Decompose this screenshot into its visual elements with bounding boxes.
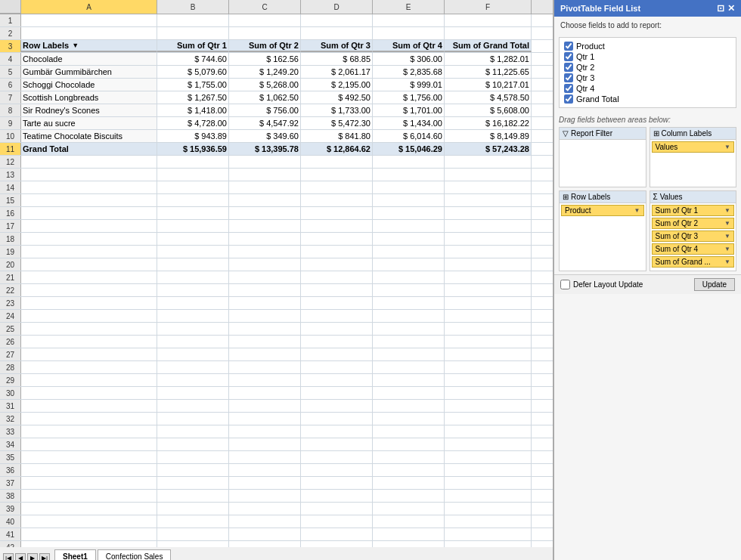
cell-value-1-8[interactable]: $ 756.00 [229, 104, 301, 116]
empty-cell-23-0[interactable] [21, 297, 157, 309]
field-checkbox-qtr-3[interactable] [564, 73, 573, 82]
empty-cell-21-1[interactable] [157, 271, 229, 283]
cell-product-4[interactable]: Chocolade [21, 53, 157, 65]
cell-row-labels[interactable]: Row Labels ▼ [21, 40, 157, 52]
empty-cell-22-4[interactable] [373, 284, 445, 296]
empty-cell-21-3[interactable] [301, 271, 373, 283]
cell-value-4-8[interactable]: $ 5,608.00 [445, 104, 532, 116]
row-product-item[interactable]: Product ▼ [561, 205, 644, 216]
cell-value-3-10[interactable]: $ 6,014.60 [373, 130, 445, 142]
empty-cell-21-4[interactable] [373, 271, 445, 283]
empty-cell-41-1[interactable] [157, 528, 229, 540]
empty-cell-15-0[interactable] [21, 194, 157, 206]
empty-cell-34-0[interactable] [21, 438, 157, 450]
cell-value-4-6[interactable]: $ 10,217.01 [445, 79, 532, 91]
empty-cell-20-4[interactable] [373, 258, 445, 271]
empty-cell-19-2[interactable] [229, 246, 301, 258]
empty-cell-14-5[interactable] [445, 181, 532, 193]
empty-cell-29-3[interactable] [301, 374, 373, 386]
cell-e2[interactable] [373, 27, 445, 39]
empty-cell-23-4[interactable] [373, 297, 445, 309]
empty-cell-33-1[interactable] [157, 425, 229, 438]
empty-cell-31-2[interactable] [229, 400, 301, 412]
empty-cell-39-0[interactable] [21, 503, 157, 515]
empty-cell-38-2[interactable] [229, 490, 301, 502]
empty-cell-12-4[interactable] [373, 156, 445, 168]
empty-cell-13-0[interactable] [21, 169, 157, 181]
empty-cell-28-0[interactable] [21, 361, 157, 373]
cell-value-3-6[interactable]: $ 999.01 [373, 79, 445, 91]
value-item-dropdown[interactable]: ▼ [724, 207, 730, 214]
empty-cell-40-2[interactable] [229, 515, 301, 528]
empty-cell-34-4[interactable] [373, 438, 445, 450]
empty-cell-26-5[interactable] [445, 336, 532, 348]
cell-value-3-7[interactable]: $ 1,756.00 [373, 91, 445, 104]
cell-value-1-7[interactable]: $ 1,062.50 [229, 91, 301, 104]
empty-cell-25-3[interactable] [301, 323, 373, 335]
empty-cell-39-5[interactable] [445, 503, 532, 515]
empty-cell-32-1[interactable] [157, 413, 229, 425]
empty-cell-34-2[interactable] [229, 438, 301, 450]
empty-cell-12-0[interactable] [21, 156, 157, 168]
empty-cell-25-5[interactable] [445, 323, 532, 335]
cell-product-8[interactable]: Sir Rodney's Scones [21, 104, 157, 116]
cell-value-4-9[interactable]: $ 16,182.22 [445, 117, 532, 129]
empty-cell-37-0[interactable] [21, 477, 157, 489]
empty-cell-27-1[interactable] [157, 348, 229, 360]
empty-cell-15-2[interactable] [229, 194, 301, 206]
empty-cell-36-1[interactable] [157, 464, 229, 476]
cell-e1[interactable] [373, 14, 445, 26]
empty-cell-38-1[interactable] [157, 490, 229, 502]
empty-cell-33-5[interactable] [445, 425, 532, 438]
empty-cell-31-3[interactable] [301, 400, 373, 412]
cell-value-0-8[interactable]: $ 1,418.00 [157, 104, 229, 116]
cell-value-2-4[interactable]: $ 68.85 [301, 53, 373, 65]
empty-cell-24-2[interactable] [229, 310, 301, 322]
empty-cell-29-2[interactable] [229, 374, 301, 386]
empty-cell-17-0[interactable] [21, 220, 157, 232]
sheet-tab-sheet1[interactable]: Sheet1 [54, 549, 96, 561]
cell-value-3-8[interactable]: $ 1,701.00 [373, 104, 445, 116]
cell-value-2-5[interactable]: $ 2,061.17 [301, 66, 373, 78]
empty-cell-20-2[interactable] [229, 258, 301, 271]
cell-product-7[interactable]: Scottish Longbreads [21, 91, 157, 104]
col-header-d[interactable]: D [301, 0, 373, 14]
next-sheet-btn[interactable]: ▶ [27, 553, 38, 561]
empty-cell-24-4[interactable] [373, 310, 445, 322]
field-item-qtr-3[interactable]: Qtr 3 [563, 73, 733, 83]
empty-cell-15-1[interactable] [157, 194, 229, 206]
empty-cell-34-5[interactable] [445, 438, 532, 450]
col-header-b[interactable]: B [157, 0, 229, 14]
empty-cell-18-1[interactable] [157, 233, 229, 245]
empty-cell-32-5[interactable] [445, 413, 532, 425]
empty-cell-14-4[interactable] [373, 181, 445, 193]
cell-value-1-4[interactable]: $ 162.56 [229, 53, 301, 65]
empty-cell-37-3[interactable] [301, 477, 373, 489]
row-labels-area[interactable]: ⊞ Row Labels Product ▼ [559, 190, 646, 271]
empty-cell-40-0[interactable] [21, 515, 157, 528]
empty-cell-39-2[interactable] [229, 503, 301, 515]
empty-cell-12-1[interactable] [157, 156, 229, 168]
col-header-e[interactable]: E [373, 0, 445, 14]
cell-value-0-6[interactable]: $ 1,755.00 [157, 79, 229, 91]
empty-cell-29-4[interactable] [373, 374, 445, 386]
row-product-dropdown[interactable]: ▼ [634, 207, 640, 214]
empty-cell-33-3[interactable] [301, 425, 373, 438]
cell-value-1-6[interactable]: $ 5,268.00 [229, 79, 301, 91]
empty-cell-13-2[interactable] [229, 169, 301, 181]
empty-cell-16-2[interactable] [229, 207, 301, 219]
cell-product-9[interactable]: Tarte au sucre [21, 117, 157, 129]
cell-value-2-8[interactable]: $ 1,733.00 [301, 104, 373, 116]
report-filter-area[interactable]: ▽ Report Filter [559, 127, 646, 187]
cell-d1[interactable] [301, 14, 373, 26]
empty-cell-35-5[interactable] [445, 451, 532, 463]
empty-cell-41-5[interactable] [445, 528, 532, 540]
empty-cell-32-4[interactable] [373, 413, 445, 425]
empty-cell-35-3[interactable] [301, 451, 373, 463]
cell-value-0-7[interactable]: $ 1,267.50 [157, 91, 229, 104]
cell-c1[interactable] [229, 14, 301, 26]
empty-cell-37-2[interactable] [229, 477, 301, 489]
field-item-qtr-2[interactable]: Qtr 2 [563, 62, 733, 73]
cell-value-4-10[interactable]: $ 8,149.89 [445, 130, 532, 142]
empty-cell-27-2[interactable] [229, 348, 301, 360]
